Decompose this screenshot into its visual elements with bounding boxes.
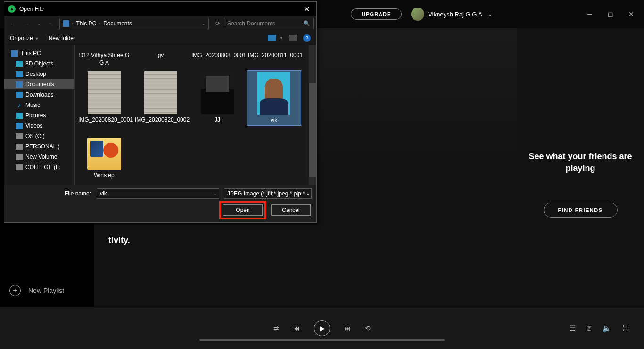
activity-label-partial: tivity.	[108, 235, 130, 245]
address-bar[interactable]: › This PC › Documents ⌄	[59, 18, 209, 29]
organize-menu[interactable]: Organize▼	[10, 35, 39, 41]
sidebar-item-3dobjects[interactable]: 3D Objects	[4, 58, 74, 69]
file-item[interactable]: gv	[133, 49, 188, 67]
folder-icon	[63, 20, 69, 27]
player-controls: ⇄ ⏮ ▶ ⏭ ⟲	[273, 320, 371, 336]
minimize-button[interactable]: ─	[586, 11, 593, 17]
nav-back-icon[interactable]: ←	[7, 19, 19, 28]
sidebar-item-downloads[interactable]: Downloads	[4, 89, 74, 100]
filename-input[interactable]	[97, 188, 219, 199]
sidebar-item-documents[interactable]: Documents	[4, 79, 74, 89]
maximize-button[interactable]: ◻	[607, 11, 614, 17]
dialog-toolbar: Organize▼ New folder ▼ ?	[4, 31, 316, 45]
new-playlist-button[interactable]: + New Playlist	[0, 279, 94, 302]
dialog-nav-bar: ← → ⌄ ↑ › This PC › Documents ⌄ ⟳ Search…	[4, 16, 316, 31]
previous-icon[interactable]: ⏮	[293, 325, 300, 332]
close-button[interactable]: ✕	[628, 11, 635, 17]
dialog-body: This PC 3D Objects Desktop Documents Dow…	[4, 45, 316, 185]
spotify-friend-panel: See what your friends are playing FIND F…	[517, 28, 644, 307]
progress-bar[interactable]	[199, 339, 445, 341]
preview-pane-button[interactable]	[289, 35, 297, 41]
new-playlist-label: New Playlist	[28, 287, 64, 294]
volume-icon[interactable]: 🔈	[603, 324, 611, 333]
search-input[interactable]: Search Documents 🔍	[224, 18, 314, 29]
filename-dropdown-icon[interactable]: ⌄	[214, 192, 217, 196]
open-button-highlight: Open	[219, 201, 266, 219]
sidebar-item-thispc[interactable]: This PC	[4, 48, 74, 58]
nav-history-icon[interactable]: ⌄	[34, 20, 44, 27]
spotify-icon: ●	[8, 5, 16, 13]
sidebar-item-desktop[interactable]: Desktop	[4, 69, 74, 79]
file-type-filter[interactable]: JPEG Image (*.jfif;*.jpeg;*.pjp;*.⌄	[224, 188, 312, 199]
file-item[interactable]: D12 Vithya Shree G G A	[77, 49, 132, 67]
dialog-title: Open File	[19, 6, 44, 12]
fullscreen-icon[interactable]: ⛶	[623, 324, 630, 333]
shuffle-icon[interactable]: ⇄	[273, 325, 279, 332]
window-controls: ─ ◻ ✕	[586, 11, 635, 17]
upgrade-button[interactable]: UPGRADE	[351, 8, 402, 20]
search-placeholder: Search Documents	[227, 20, 275, 27]
avatar	[411, 8, 424, 21]
dialog-titlebar[interactable]: ● Open File ✕	[4, 2, 316, 16]
devices-icon[interactable]: ⎚	[587, 324, 591, 333]
plus-icon: +	[9, 285, 21, 296]
view-mode-button[interactable]: ▼	[268, 35, 283, 41]
nav-forward-icon[interactable]: →	[21, 19, 33, 28]
dialog-footer: File name: ⌄ JPEG Image (*.jfif;*.jpeg;*…	[4, 185, 316, 222]
sidebar-item-videos[interactable]: Videos	[4, 121, 74, 131]
breadcrumb-root[interactable]: This PC	[76, 20, 97, 27]
player-right-controls: ☰ ⎚ 🔈 ⛶	[570, 324, 630, 333]
repeat-icon[interactable]: ⟲	[365, 325, 371, 332]
sidebar-item-college-f[interactable]: COLLEGE (F:	[4, 162, 74, 172]
play-button[interactable]: ▶	[314, 320, 330, 336]
sidebar-item-personal[interactable]: PERSONAL (	[4, 141, 74, 152]
queue-icon[interactable]: ☰	[570, 324, 576, 333]
dialog-sidebar: This PC 3D Objects Desktop Documents Dow…	[4, 45, 75, 185]
player-bar: ⇄ ⏮ ▶ ⏭ ⟲ ☰ ⎚ 🔈 ⛶	[0, 307, 644, 349]
breadcrumb-sep: ›	[99, 21, 100, 26]
file-item[interactable]: IMG_20200808_0001	[190, 49, 245, 67]
file-scrollbar[interactable]	[309, 45, 316, 185]
file-item[interactable]: IMG_20200811_0001	[247, 49, 301, 67]
file-item[interactable]: JJ	[190, 70, 245, 126]
file-item-folder[interactable]: Winstep	[77, 129, 132, 180]
open-button[interactable]: Open	[223, 204, 263, 216]
file-item-selected[interactable]: vik	[247, 70, 301, 126]
new-folder-button[interactable]: New folder	[49, 35, 75, 41]
refresh-icon[interactable]: ⟳	[214, 20, 222, 27]
cancel-button[interactable]: Cancel	[271, 204, 311, 216]
user-menu[interactable]: Vikneysh Raj G G A ⌄	[411, 8, 492, 21]
sidebar-item-pictures[interactable]: Pictures	[4, 110, 74, 121]
open-file-dialog: ● Open File ✕ ← → ⌄ ↑ › This PC › Docume…	[4, 1, 317, 223]
dialog-close-button[interactable]: ✕	[301, 5, 313, 14]
sidebar-item-newvolume[interactable]: New Volume	[4, 152, 74, 162]
next-icon[interactable]: ⏭	[344, 325, 351, 332]
find-friends-button[interactable]: FIND FRIENDS	[544, 203, 618, 218]
filename-label: File name:	[9, 190, 94, 197]
sidebar-item-os-c[interactable]: OS (C:)	[4, 131, 74, 141]
file-grid[interactable]: D12 Vithya Shree G G A gv IMG_20200808_0…	[75, 45, 316, 185]
breadcrumb-sep: ›	[72, 21, 74, 26]
help-icon[interactable]: ?	[303, 34, 311, 42]
breadcrumb-folder[interactable]: Documents	[103, 20, 132, 27]
user-name: Vikneysh Raj G G A	[428, 11, 482, 18]
address-dropdown-icon[interactable]: ⌄	[202, 21, 206, 26]
nav-up-icon[interactable]: ↑	[46, 19, 55, 28]
file-item[interactable]: IMG_20200820_0001	[77, 70, 132, 126]
sidebar-item-music[interactable]: ♪Music	[4, 100, 74, 110]
file-item[interactable]: IMG_20200820_0002	[133, 70, 188, 126]
chevron-down-icon: ⌄	[488, 11, 492, 17]
friends-heading: See what your friends are playing	[526, 151, 635, 174]
search-icon: 🔍	[303, 20, 310, 27]
